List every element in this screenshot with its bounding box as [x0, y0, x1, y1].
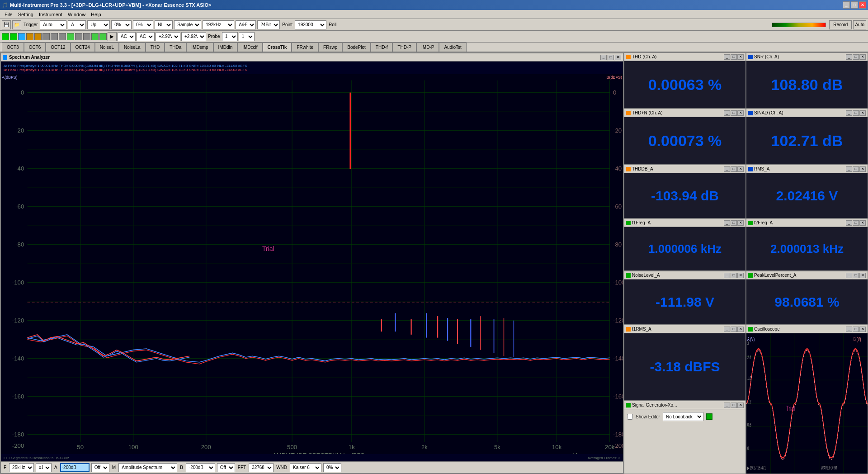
- thdn-close[interactable]: ✕: [737, 110, 744, 116]
- menu-help[interactable]: Help: [88, 11, 104, 18]
- spectrum-chart-area[interactable]: A(dBFS) B(dBFS) Trial: [1, 74, 623, 454]
- f2freq-minimize[interactable]: _: [846, 220, 852, 226]
- osc-minimize[interactable]: _: [846, 327, 852, 332]
- osc-close[interactable]: ✕: [859, 327, 866, 332]
- record-button[interactable]: Record: [829, 20, 852, 29]
- led-green-5[interactable]: [99, 33, 107, 40]
- thdn-maximize[interactable]: □: [731, 110, 737, 116]
- rms-minimize[interactable]: _: [846, 166, 852, 172]
- window-controls[interactable]: _ □ ✕: [843, 1, 866, 9]
- spectrum-maximize[interactable]: □: [608, 55, 614, 60]
- voltage-select-2[interactable]: +2.92V: [181, 32, 206, 41]
- wnd-select[interactable]: Kaiser 6: [290, 463, 321, 472]
- led-orange-2[interactable]: [34, 33, 42, 40]
- pct1-select[interactable]: 0%: [111, 20, 132, 29]
- tab-thd[interactable]: THD: [146, 43, 165, 52]
- fft-select[interactable]: 32768: [249, 463, 274, 472]
- play-button[interactable]: ▶: [108, 32, 117, 41]
- peak-maximize[interactable]: □: [853, 273, 859, 278]
- probe-select-1[interactable]: 1: [222, 32, 238, 41]
- tab-frwhite[interactable]: FRwhite: [292, 43, 318, 52]
- tab-audiotst[interactable]: AudioTst: [439, 43, 466, 52]
- b-value-select[interactable]: -200dB: [186, 463, 215, 472]
- direction-select[interactable]: Up Down: [87, 20, 110, 29]
- noise-minimize[interactable]: _: [724, 273, 730, 278]
- thd-maximize[interactable]: □: [731, 54, 737, 60]
- menu-instrument[interactable]: Instrument: [36, 11, 65, 18]
- led-gray-5[interactable]: [83, 33, 90, 40]
- led-gray-2[interactable]: [51, 33, 58, 40]
- amp-spec-select[interactable]: Amplitude Spectrum: [118, 463, 177, 472]
- tab-thd-f[interactable]: THD-f: [371, 43, 393, 52]
- channel-select[interactable]: A B: [68, 20, 86, 29]
- led-green-1[interactable]: [2, 33, 9, 40]
- probe-select-2[interactable]: 1: [239, 32, 255, 41]
- show-editor-checkbox[interactable]: [627, 414, 633, 420]
- sinad-minimize[interactable]: _: [846, 110, 852, 116]
- menu-file[interactable]: File: [2, 11, 15, 18]
- tab-crosstlk[interactable]: CrossTlk: [263, 43, 292, 52]
- close-button[interactable]: ✕: [859, 1, 866, 9]
- x1-select[interactable]: x1: [36, 463, 52, 472]
- off1-select[interactable]: Off: [91, 463, 109, 472]
- thd-minimize[interactable]: _: [724, 54, 730, 60]
- tab-oct24[interactable]: OCT24: [71, 43, 95, 52]
- tab-imdccif[interactable]: IMDccif: [237, 43, 262, 52]
- spectrum-minimize[interactable]: _: [600, 55, 607, 60]
- tab-oct6[interactable]: OCT6: [24, 43, 46, 52]
- tb-icon1[interactable]: 💾: [2, 20, 11, 29]
- led-blue-1[interactable]: [18, 33, 25, 40]
- noise-maximize[interactable]: □: [731, 273, 737, 278]
- menu-window[interactable]: Window: [65, 11, 88, 18]
- sinad-maximize[interactable]: □: [853, 110, 859, 116]
- trigger-mode-select[interactable]: Auto Manual: [40, 20, 66, 29]
- f1rms-maximize[interactable]: □: [731, 327, 737, 332]
- led-green-3[interactable]: [67, 33, 74, 40]
- tab-oct3[interactable]: OCT3: [2, 43, 24, 52]
- thddb-minimize[interactable]: _: [724, 166, 730, 172]
- osc-maximize[interactable]: □: [853, 327, 859, 332]
- auto-button[interactable]: Auto: [853, 20, 866, 29]
- freq-select[interactable]: 192kHz: [203, 20, 234, 29]
- sg-close[interactable]: ✕: [737, 403, 744, 408]
- osc-chart[interactable]: A (V) B (V) 3 2.4 1.8 1.2 0.6 0: [746, 333, 868, 474]
- f-select[interactable]: 25kHz: [9, 463, 34, 472]
- thd-close[interactable]: ✕: [737, 54, 744, 60]
- f2freq-close[interactable]: ✕: [859, 220, 866, 226]
- f1freq-minimize[interactable]: _: [724, 220, 730, 226]
- a-value-input[interactable]: [60, 463, 90, 472]
- snr-minimize[interactable]: _: [846, 54, 852, 60]
- led-gray-4[interactable]: [75, 33, 82, 40]
- snr-close[interactable]: ✕: [859, 54, 866, 60]
- tb-icon2[interactable]: 📁: [12, 20, 21, 29]
- tab-thd-p[interactable]: THD-P: [392, 43, 416, 52]
- f2freq-maximize[interactable]: □: [853, 220, 859, 226]
- minimize-button[interactable]: _: [843, 1, 850, 9]
- tab-noisel[interactable]: NoiseL: [95, 43, 119, 52]
- f1freq-close[interactable]: ✕: [737, 220, 744, 226]
- spectrum-close[interactable]: ✕: [615, 55, 621, 60]
- peak-close[interactable]: ✕: [859, 273, 866, 278]
- tab-thda[interactable]: THDa: [165, 43, 186, 52]
- thddb-maximize[interactable]: □: [731, 166, 737, 172]
- voltage-select-1[interactable]: +2.92V: [156, 32, 180, 41]
- sg-maximize[interactable]: □: [731, 403, 737, 408]
- mode-select[interactable]: Sample: [174, 20, 201, 29]
- led-orange-1[interactable]: [26, 33, 33, 40]
- off2-select[interactable]: Off: [217, 463, 235, 472]
- thddb-close[interactable]: ✕: [737, 166, 744, 172]
- tab-noisela[interactable]: NoiseLa: [119, 43, 146, 52]
- snr-maximize[interactable]: □: [853, 54, 859, 60]
- led-green-2[interactable]: [10, 33, 17, 40]
- noise-close[interactable]: ✕: [737, 273, 744, 278]
- pct2-select[interactable]: 0%: [133, 20, 153, 29]
- f1rms-minimize[interactable]: _: [724, 327, 730, 332]
- rms-maximize[interactable]: □: [853, 166, 859, 172]
- point-select[interactable]: 192000: [295, 20, 326, 29]
- bits-select[interactable]: 24Bit: [257, 20, 280, 29]
- tab-imddin[interactable]: IMDdin: [213, 43, 238, 52]
- sg-minimize[interactable]: _: [724, 403, 730, 408]
- led-gray-1[interactable]: [42, 33, 50, 40]
- ac-select-1[interactable]: AC DC: [118, 32, 136, 41]
- f1rms-close[interactable]: ✕: [737, 327, 744, 332]
